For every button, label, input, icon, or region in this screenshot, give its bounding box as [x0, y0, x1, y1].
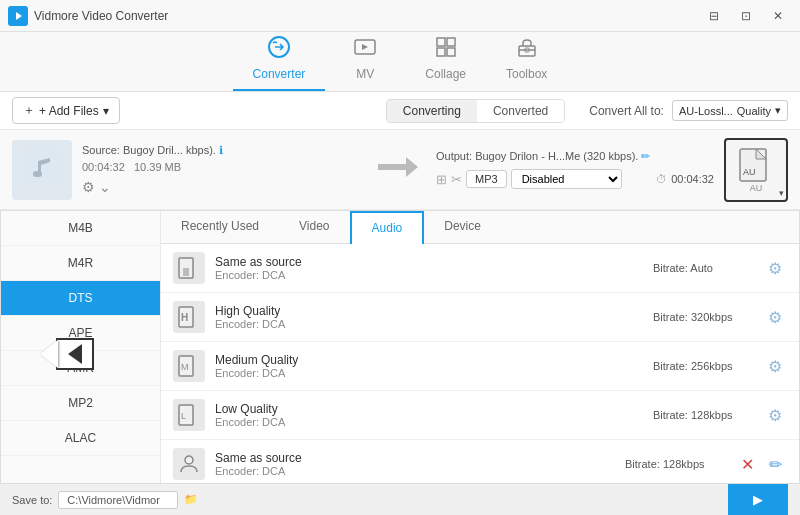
converting-tab-group: Converting Converted	[386, 99, 565, 123]
svg-text:H: H	[181, 312, 188, 323]
file-output: Output: Bugoy Drilon - H...Me (320 kbps)…	[436, 150, 714, 189]
inner-tab-audio[interactable]: Audio	[350, 211, 425, 244]
nav-tab-mv[interactable]: MV	[325, 36, 405, 91]
quality-text-3: Medium Quality Encoder: DCA	[215, 353, 643, 379]
quality-text-4: Low Quality Encoder: DCA	[215, 402, 643, 428]
quality-action-edit-5[interactable]: ✏	[763, 455, 787, 474]
quality-encoder-3: Encoder: DCA	[215, 367, 643, 379]
nav-tab-toolbox[interactable]: Toolbox	[486, 36, 567, 91]
quality-list: Same as source Encoder: DCA Bitrate: Aut…	[161, 244, 799, 489]
maximize-button[interactable]: ⊡	[732, 6, 760, 26]
nav-tab-collage-label: Collage	[425, 67, 466, 81]
svg-rect-14	[378, 164, 406, 170]
inner-tabs: Recently Used Video Audio Device	[161, 211, 799, 244]
save-path[interactable]: C:\Vidmore\Vidmor	[58, 491, 178, 509]
svg-rect-5	[447, 38, 455, 46]
inner-tab-device[interactable]: Device	[424, 211, 501, 243]
close-button[interactable]: ✕	[764, 6, 792, 26]
cut-icon: ✂	[451, 172, 462, 187]
quality-text-1: Same as source Encoder: DCA	[215, 255, 643, 281]
inner-tab-recently-used[interactable]: Recently Used	[161, 211, 279, 243]
nav-tab-converter[interactable]: Converter	[233, 36, 326, 91]
file-thumbnail	[12, 140, 72, 200]
format-box[interactable]: AU AU ▾	[724, 138, 788, 202]
browse-icon[interactable]: 📁	[184, 493, 198, 506]
quality-action-gear-2[interactable]: ⚙	[763, 308, 787, 327]
quality-action-close-5[interactable]: ✕	[735, 455, 759, 474]
nav-tab-converter-label: Converter	[253, 67, 306, 81]
edit-output-icon[interactable]: ✏	[641, 150, 650, 162]
convert-button[interactable]: ▶	[728, 484, 788, 516]
convert-all-label: Convert All to:	[589, 104, 664, 118]
format-item-ape[interactable]: APE	[1, 316, 160, 351]
format-badge[interactable]: MP3	[466, 170, 507, 188]
save-to-label: Save to:	[12, 494, 52, 506]
nav-tab-collage[interactable]: Collage	[405, 36, 486, 91]
quality-name-2: High Quality	[215, 304, 643, 318]
format-item-dts[interactable]: DTS	[1, 281, 160, 316]
quality-panel: Recently Used Video Audio Device Same as…	[161, 211, 799, 489]
file-duration: 00:04:32 10.39 MB	[82, 161, 360, 173]
quality-action-gear-1[interactable]: ⚙	[763, 259, 787, 278]
dropdown-panel: M4B M4R DTS APE AMR MP2 ALAC Recently Us…	[0, 210, 800, 490]
dropdown-arrow-icon: ▾	[103, 104, 109, 118]
minimize-button[interactable]: ⊟	[700, 6, 728, 26]
file-source: Source: Bugoy Dril... kbps). ℹ	[82, 144, 360, 157]
format-quality-select[interactable]: Disabled High Quality Medium Quality	[511, 169, 622, 189]
info-icon: ℹ	[219, 144, 223, 156]
converting-tab[interactable]: Converting	[387, 100, 477, 122]
title-bar: Vidmore Video Converter ⊟ ⊡ ✕	[0, 0, 800, 32]
arrow-separator	[370, 155, 426, 185]
nav-tab-mv-label: MV	[356, 67, 374, 81]
app-title: Vidmore Video Converter	[34, 9, 700, 23]
resize-icon: ⊞	[436, 172, 447, 187]
quality-encoder-5: Encoder: DCA	[215, 465, 615, 477]
quality-item-low[interactable]: L Low Quality Encoder: DCA Bitrate: 128k…	[161, 391, 799, 440]
format-item-m4b[interactable]: M4B	[1, 211, 160, 246]
add-icon: ＋	[23, 102, 35, 119]
file-settings-button[interactable]: ⚙	[82, 179, 95, 195]
output-controls: ⊞ ✂ MP3 Disabled High Quality Medium Qua…	[436, 169, 714, 189]
converted-tab[interactable]: Converted	[477, 100, 564, 122]
inner-tab-video[interactable]: Video	[279, 211, 349, 243]
file-size: 10.39 MB	[134, 161, 181, 173]
toolbox-nav-icon	[515, 35, 539, 65]
convert-all-select[interactable]: AU-Lossl... Quality ▾	[672, 100, 788, 121]
quality-icon-5	[173, 448, 205, 480]
format-item-m4r[interactable]: M4R	[1, 246, 160, 281]
source-text: Source: Bugoy Dril... kbps).	[82, 144, 216, 156]
svg-text:L: L	[181, 411, 186, 421]
quality-encoder-1: Encoder: DCA	[215, 269, 643, 281]
convert-all-value: AU-Lossl...	[679, 105, 733, 117]
quality-item-same-as-source[interactable]: Same as source Encoder: DCA Bitrate: Aut…	[161, 244, 799, 293]
quality-item-medium[interactable]: M Medium Quality Encoder: DCA Bitrate: 2…	[161, 342, 799, 391]
svg-point-26	[185, 456, 193, 464]
svg-text:AU: AU	[743, 167, 756, 177]
quality-action-gear-4[interactable]: ⚙	[763, 406, 787, 425]
format-box-chevron: ▾	[779, 188, 784, 198]
mv-nav-icon	[353, 35, 377, 65]
quality-encoder-4: Encoder: DCA	[215, 416, 643, 428]
quality-item-high[interactable]: H High Quality Encoder: DCA Bitrate: 320…	[161, 293, 799, 342]
add-files-label: + Add Files	[39, 104, 99, 118]
add-files-button[interactable]: ＋ + Add Files ▾	[12, 97, 120, 124]
toolbar: ＋ + Add Files ▾ Converting Converted Con…	[0, 92, 800, 130]
convert-icon: ▶	[753, 492, 763, 507]
svg-point-13	[36, 171, 42, 177]
quality-label: Quality	[737, 105, 771, 117]
format-item-amr[interactable]: AMR	[1, 351, 160, 386]
quality-action-gear-3[interactable]: ⚙	[763, 357, 787, 376]
format-item-mp2[interactable]: MP2	[1, 386, 160, 421]
clock-icon: ⏱	[656, 173, 667, 185]
format-item-alac[interactable]: ALAC	[1, 421, 160, 456]
quality-name-5: Same as source	[215, 451, 615, 465]
quality-item-custom[interactable]: Same as source Encoder: DCA Bitrate: 128…	[161, 440, 799, 489]
svg-rect-11	[24, 148, 60, 184]
svg-rect-7	[447, 48, 455, 56]
svg-text:M: M	[181, 362, 189, 372]
app-logo	[8, 6, 28, 26]
file-expand-button[interactable]: ⌄	[99, 179, 111, 195]
collage-nav-icon	[434, 35, 458, 65]
svg-rect-4	[437, 38, 445, 46]
quality-bitrate-5: Bitrate: 128kbps	[625, 458, 725, 470]
